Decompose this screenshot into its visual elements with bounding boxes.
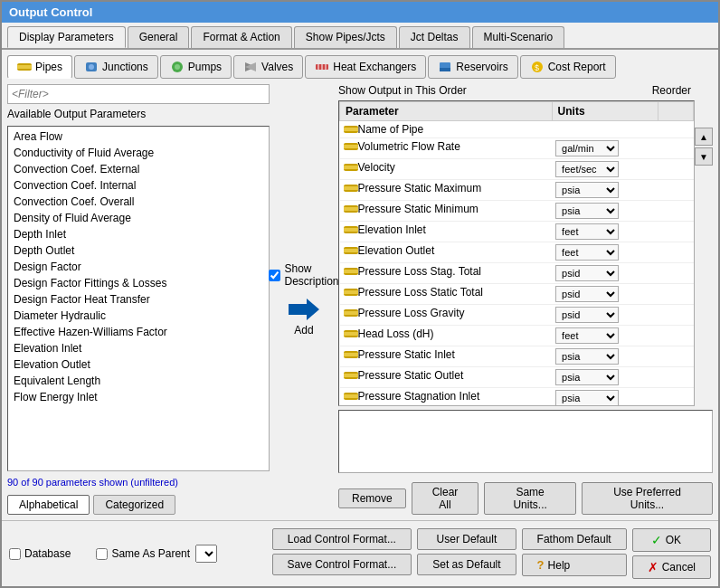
table-row[interactable]: Pressure Loss Gravitypsid	[340, 305, 694, 326]
units-dropdown[interactable]: psia	[555, 369, 619, 385]
title-bar: Output Control	[2, 2, 718, 23]
params-list-item[interactable]: Convection Coef. Internal	[10, 177, 267, 194]
units-dropdown[interactable]: feet/sec	[555, 161, 619, 177]
table-row[interactable]: Pressure Static Inletpsia	[340, 346, 694, 367]
filter-input[interactable]	[7, 84, 270, 104]
params-list-item[interactable]: Elevation Inlet	[10, 340, 267, 356]
tab-jct-deltas[interactable]: Jct Deltas	[399, 26, 470, 48]
table-row[interactable]: Elevation Inletfeet	[340, 222, 694, 242]
units-dropdown[interactable]: psid	[555, 307, 619, 323]
reorder-up-btn[interactable]: ▲	[695, 128, 713, 146]
table-row[interactable]: Pressure Stagnation Inletpsia	[340, 388, 694, 407]
units-dropdown[interactable]: feet	[555, 327, 619, 344]
remove-button[interactable]: Remove	[338, 488, 406, 508]
same-as-parent-checkbox[interactable]	[96, 548, 108, 560]
table-row[interactable]: Elevation Outletfeet	[340, 242, 694, 263]
same-as-parent-dropdown[interactable]	[195, 545, 217, 563]
available-params-label: Available Output Parameters	[7, 108, 270, 120]
load-control-format-button[interactable]: Load Control Format...	[272, 528, 412, 550]
params-list-item[interactable]: Effective Hazen-Williams Factor	[10, 324, 267, 340]
params-list-item[interactable]: Design Factor Heat Transfer	[10, 291, 267, 308]
svg-text:$: $	[535, 63, 539, 72]
main-tab-bar: Display Parameters General Format & Acti…	[2, 23, 718, 50]
same-as-parent-container: Same As Parent	[96, 545, 217, 563]
reorder-down-btn[interactable]: ▼	[695, 147, 713, 166]
subtab-valves[interactable]: Valves	[233, 55, 303, 79]
units-dropdown[interactable]: feet	[555, 244, 619, 261]
subtab-pipes[interactable]: Pipes	[7, 55, 72, 79]
row-icon	[344, 327, 358, 340]
main-panel: Available Output Parameters Area FlowCon…	[7, 84, 713, 515]
help-button[interactable]: ? Help	[522, 554, 627, 576]
params-list-item[interactable]: Equivalent Length	[10, 373, 267, 389]
show-description-checkbox[interactable]	[269, 270, 280, 281]
tab-general[interactable]: General	[128, 26, 190, 48]
row-units: psid	[552, 284, 658, 305]
params-list-item[interactable]: Conductivity of Fluid Average	[10, 145, 267, 161]
row-main: Volumetric Flow Rate	[340, 138, 553, 155]
units-dropdown[interactable]: feet	[555, 223, 619, 240]
table-row[interactable]: Pressure Loss Stag. Totalpsid	[340, 263, 694, 284]
fathom-default-button[interactable]: Fathom Default	[522, 528, 627, 550]
row-main: Pressure Stagnation Inlet	[340, 388, 553, 404]
units-dropdown[interactable]: psia	[555, 390, 619, 406]
params-list-item[interactable]: Flow Energy Inlet	[10, 389, 267, 405]
right-header: Show Output in This Order Reorder	[338, 84, 713, 97]
params-list-item[interactable]: Depth Outlet	[10, 242, 267, 259]
set-as-default-button[interactable]: Set as Default	[417, 554, 516, 575]
add-button[interactable]: Add	[289, 299, 319, 337]
output-table-container[interactable]: Parameter Units Name of Pipe Volumetric …	[338, 100, 695, 406]
svg-rect-40	[344, 353, 358, 356]
params-list-item[interactable]: Design Factor Fittings & Losses	[10, 275, 267, 291]
params-list-item[interactable]: Design Factor	[10, 259, 267, 275]
subtab-heat-exchangers[interactable]: Heat Exchangers	[305, 55, 426, 79]
cost-icon: $	[530, 60, 545, 74]
subtab-junctions[interactable]: Junctions	[74, 55, 158, 79]
params-list[interactable]: Area FlowConductivity of Fluid AverageCo…	[7, 126, 270, 471]
tab-show-pipes-jcts[interactable]: Show Pipes/Jcts	[294, 26, 397, 48]
use-preferred-units-button[interactable]: Use Preferred Units...	[582, 482, 713, 515]
subtab-pumps[interactable]: Pumps	[160, 55, 232, 79]
units-dropdown[interactable]: psia	[555, 182, 619, 198]
same-units-button[interactable]: Same Units...	[484, 482, 576, 515]
clear-all-button[interactable]: Clear All	[412, 482, 479, 515]
sort-categorized[interactable]: Categorized	[93, 495, 175, 515]
table-row[interactable]: Pressure Static Minimumpsia	[340, 201, 694, 222]
cancel-button[interactable]: ✗ Cancel	[632, 555, 711, 579]
sort-alphabetical[interactable]: Alphabetical	[7, 495, 90, 515]
svg-rect-32	[344, 270, 358, 273]
units-dropdown[interactable]: gal/min	[555, 140, 619, 156]
subtab-reservoirs[interactable]: Reservoirs	[428, 55, 517, 79]
table-row[interactable]: Head Loss (dH)feet	[340, 326, 694, 346]
params-list-item[interactable]: Area Flow	[10, 128, 267, 145]
row-main: Pressure Loss Gravity	[340, 305, 553, 321]
tab-format-action[interactable]: Format & Action	[191, 26, 291, 48]
units-dropdown[interactable]: psia	[555, 348, 619, 365]
col-units: Units	[552, 102, 658, 121]
row-main: Pressure Static Inlet	[340, 346, 553, 363]
database-checkbox[interactable]	[9, 548, 21, 560]
params-list-item[interactable]: Convection Coef. Overall	[10, 194, 267, 210]
row-reorder	[658, 388, 693, 407]
params-list-item[interactable]: Diameter Hydraulic	[10, 308, 267, 324]
params-list-item[interactable]: Density of Fluid Average	[10, 210, 267, 226]
units-dropdown[interactable]: psia	[555, 203, 619, 219]
table-row[interactable]: Pressure Static Maximumpsia	[340, 180, 694, 201]
table-row[interactable]: Name of Pipe	[340, 121, 694, 138]
table-row[interactable]: Volumetric Flow Rategal/min	[340, 138, 694, 159]
params-list-item[interactable]: Elevation Outlet	[10, 356, 267, 373]
subtab-cost-report[interactable]: $ Cost Report	[520, 55, 616, 79]
tab-display-parameters[interactable]: Display Parameters	[7, 26, 126, 48]
ok-button[interactable]: ✓ OK	[632, 528, 711, 552]
table-row[interactable]: Pressure Static Outletpsia	[340, 367, 694, 388]
table-row[interactable]: Pressure Loss Static Totalpsid	[340, 284, 694, 305]
user-default-button[interactable]: User Default	[417, 528, 516, 550]
params-list-item[interactable]: Depth Inlet	[10, 226, 267, 242]
save-control-format-button[interactable]: Save Control Format...	[272, 554, 412, 575]
tab-multi-scenario[interactable]: Multi-Scenario	[472, 26, 565, 48]
params-list-item[interactable]: Convection Coef. External	[10, 161, 267, 177]
units-dropdown[interactable]: psid	[555, 265, 619, 281]
units-dropdown[interactable]: psid	[555, 286, 619, 302]
reorder-label: Reorder	[652, 84, 691, 97]
table-row[interactable]: Velocityfeet/sec	[340, 159, 694, 180]
